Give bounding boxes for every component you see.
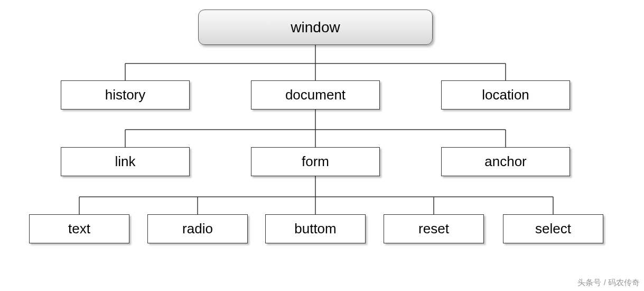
node-label: radio — [182, 221, 213, 237]
tree-diagram: window history document location link fo… — [0, 0, 644, 291]
node-text: text — [29, 214, 129, 243]
node-form: form — [251, 147, 380, 176]
node-anchor: anchor — [441, 147, 570, 176]
node-label: document — [285, 87, 346, 103]
node-label: location — [482, 87, 529, 103]
node-label: reset — [418, 221, 449, 237]
node-label: history — [105, 87, 146, 103]
node-label: buttom — [294, 221, 337, 237]
node-label: form — [302, 153, 329, 170]
node-radio: radio — [147, 214, 248, 243]
node-buttom: buttom — [265, 214, 366, 243]
watermark-text: 头条号 / 码农传奇 — [577, 278, 640, 288]
node-label: link — [115, 153, 135, 170]
node-select: select — [503, 214, 603, 243]
node-link: link — [61, 147, 190, 176]
node-label: text — [68, 221, 90, 237]
node-window: window — [198, 10, 433, 45]
node-label: window — [291, 19, 340, 36]
node-label: select — [535, 221, 571, 237]
node-document: document — [251, 80, 380, 110]
node-label: anchor — [484, 153, 527, 170]
node-history: history — [61, 80, 190, 110]
node-reset: reset — [384, 214, 484, 243]
node-location: location — [441, 80, 570, 110]
